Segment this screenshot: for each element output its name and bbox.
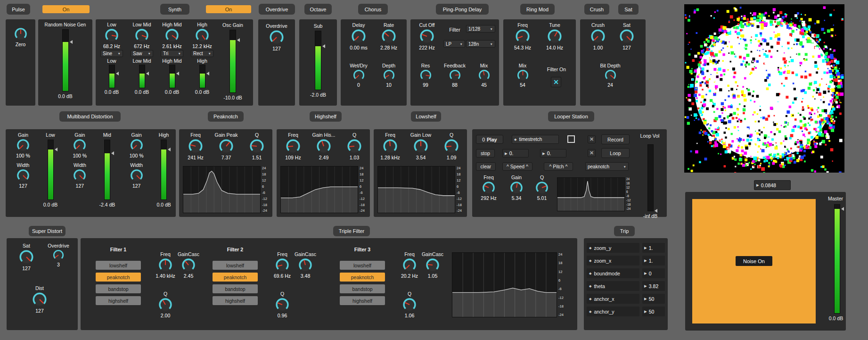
band-level-slider[interactable]: [104, 140, 110, 200]
filter-curve-display[interactable]: [377, 166, 455, 213]
knob-dial[interactable]: [449, 69, 461, 82]
filter-type-peaknotch[interactable]: peaknotch: [340, 273, 385, 282]
synth-section-button[interactable]: Synth: [160, 4, 189, 15]
param-value-box[interactable]: ▶1.: [642, 243, 665, 253]
knob-dial[interactable]: [16, 168, 30, 182]
knob-dial[interactable]: [478, 69, 491, 82]
synth-on-button[interactable]: On: [206, 5, 251, 13]
knob-dial[interactable]: [16, 138, 30, 152]
param-value-box[interactable]: ▶1.: [642, 256, 665, 265]
crush-section-button[interactable]: Crush: [584, 4, 609, 15]
slider-marker-icon[interactable]: [146, 72, 149, 75]
slider-marker-icon[interactable]: [70, 40, 73, 44]
timestretch-menu[interactable]: ◆ timestretch: [512, 135, 559, 144]
looper-checkbox[interactable]: [567, 135, 575, 143]
record-button[interactable]: Record: [601, 134, 630, 144]
knob-dial[interactable]: [158, 297, 173, 312]
param-name-box[interactable]: ◆theta: [587, 281, 639, 291]
stop-button[interactable]: stop: [476, 149, 495, 158]
knob-dial[interactable]: [164, 28, 180, 43]
knob-dial[interactable]: [381, 28, 397, 44]
master-slider[interactable]: [834, 204, 840, 314]
knob-dial[interactable]: [443, 138, 459, 154]
filter-type-peaknotch[interactable]: peaknotch: [96, 273, 141, 282]
filter-curve-display[interactable]: [452, 252, 557, 317]
super-distort-section-button[interactable]: Super Distort: [29, 226, 66, 236]
slider-marker-icon[interactable]: [322, 44, 325, 48]
slider-marker-icon[interactable]: [841, 207, 844, 211]
filter-type-bandstop[interactable]: bandstop: [213, 284, 258, 293]
filter-type-bandstop[interactable]: bandstop: [96, 284, 141, 293]
knob-dial[interactable]: [509, 181, 524, 195]
param-name-box[interactable]: ◆boundmode: [587, 268, 639, 278]
slider-marker-icon[interactable]: [176, 72, 179, 75]
param-name-box[interactable]: ◆zoom_x: [587, 256, 639, 265]
lowshelf-section-button[interactable]: Lowshelf: [411, 111, 441, 122]
knob-dial[interactable]: [419, 69, 432, 82]
slider-marker-icon[interactable]: [168, 148, 171, 151]
looper-numbox-2[interactable]: ▶0.: [540, 149, 566, 158]
param-value-box[interactable]: ▶50: [642, 294, 665, 304]
speed-button[interactable]: ^ Speed ^: [502, 162, 532, 171]
knob-dial[interactable]: [402, 257, 417, 273]
highshelf-section-button[interactable]: Highshelf: [310, 111, 342, 122]
pulse-on-button[interactable]: On: [42, 5, 90, 13]
knob-dial[interactable]: [285, 138, 301, 154]
knob-dial[interactable]: [352, 69, 365, 82]
looper-x-toggle-2[interactable]: ✕: [588, 149, 596, 157]
triple-filter-section-button[interactable]: Triple Filter: [333, 226, 370, 236]
filter-on-toggle[interactable]: ✕: [551, 77, 561, 87]
knob-dial[interactable]: [619, 28, 635, 44]
knob-dial[interactable]: [134, 28, 149, 43]
slider-marker-icon[interactable]: [55, 148, 57, 151]
param-value-box[interactable]: ▶0: [642, 268, 665, 278]
knob-dial[interactable]: [14, 27, 28, 41]
band-level-slider[interactable]: [139, 65, 145, 88]
loop-vol-slider[interactable]: [647, 144, 654, 211]
param-value-box[interactable]: ▶50: [642, 307, 665, 316]
filter-type-peaknotch[interactable]: peaknotch: [213, 273, 258, 282]
peaknotch-section-button[interactable]: Peaknotch: [208, 111, 244, 122]
sat-section-button[interactable]: Sat: [618, 4, 639, 15]
param-name-box[interactable]: ◆anchor_y: [587, 307, 639, 316]
multiband-section-button[interactable]: Multiband Distortion: [59, 111, 121, 122]
knob-dial[interactable]: [218, 138, 234, 154]
slider-marker-icon[interactable]: [237, 38, 240, 42]
filter-type-lowshelf[interactable]: lowshelf: [213, 261, 258, 270]
knob-dial[interactable]: [604, 69, 617, 82]
knob-dial[interactable]: [181, 257, 196, 273]
knob-dial[interactable]: [73, 138, 87, 152]
sub-level-slider[interactable]: [315, 31, 321, 90]
pulse-section-button[interactable]: Pulse: [7, 4, 30, 15]
slider-marker-icon[interactable]: [206, 72, 209, 75]
looper-x-toggle-1[interactable]: ✕: [588, 135, 596, 143]
filter-curve-display[interactable]: [557, 177, 625, 211]
overdrive-section-button[interactable]: Overdrive: [259, 4, 295, 15]
chorus-section-button[interactable]: Chorus: [358, 4, 388, 15]
param-value-box[interactable]: ▶3.82: [642, 281, 665, 291]
knob-dial[interactable]: [18, 249, 34, 265]
knob-dial[interactable]: [346, 138, 362, 154]
knob-dial[interactable]: [104, 28, 119, 43]
band-level-slider[interactable]: [109, 65, 115, 88]
knob-dial[interactable]: [419, 28, 435, 44]
knob-dial[interactable]: [298, 257, 313, 273]
knob-dial[interactable]: [425, 257, 440, 273]
knob-dial[interactable]: [195, 28, 210, 43]
filter-curve-display[interactable]: [183, 166, 261, 213]
knob-dial[interactable]: [402, 297, 417, 312]
param-name-box[interactable]: ◆anchor_x: [587, 294, 639, 304]
pingpong-rate-menu[interactable]: 1/128▼: [466, 25, 495, 33]
clear-button[interactable]: clear: [476, 162, 496, 171]
pingpong-type-menu[interactable]: LP▼: [443, 40, 465, 48]
param-name-box[interactable]: ◆zoom_y: [587, 243, 639, 253]
waveform-menu[interactable]: Sine▼: [100, 50, 123, 57]
filter-type-lowshelf[interactable]: lowshelf: [340, 261, 385, 270]
waveform-menu[interactable]: Tri▼: [161, 50, 183, 57]
knob-dial[interactable]: [383, 69, 395, 82]
knob-dial[interactable]: [32, 291, 48, 307]
ringmod-section-button[interactable]: Ring Mod: [520, 4, 555, 15]
band-level-slider[interactable]: [161, 140, 167, 200]
slider-marker-icon[interactable]: [116, 72, 119, 75]
knob-dial[interactable]: [413, 138, 429, 154]
